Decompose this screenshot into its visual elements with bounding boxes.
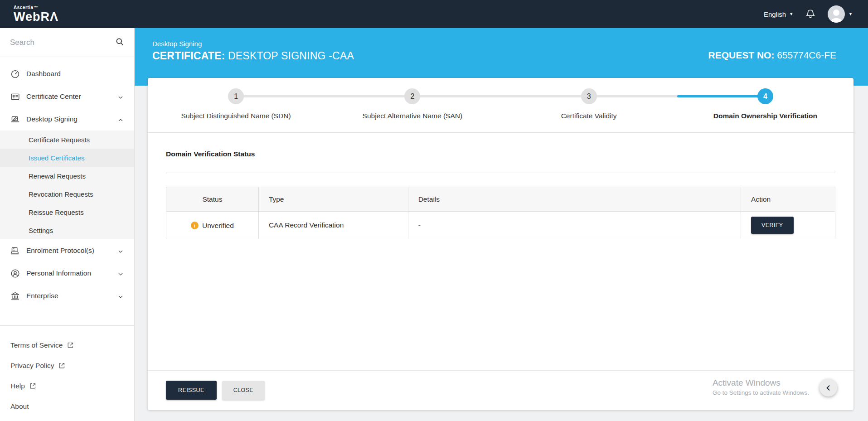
page-header-banner: Desktop Signing CERTIFICATE: DESKTOP SIG… (135, 28, 868, 86)
sidebar: Dashboard Certificate Center (0, 28, 135, 421)
search-input[interactable] (10, 38, 111, 47)
step-circle: 4 (757, 88, 773, 104)
status-text: Unverified (202, 222, 234, 230)
chevron-down-icon (118, 94, 123, 99)
step-circle: 3 (581, 88, 597, 104)
sidebar-footer: Terms of Service Privacy Policy Help Abo… (0, 325, 134, 421)
step-sdn[interactable]: 1 Subject Distinguished Name (SDN) (148, 78, 324, 132)
details-value: - (418, 221, 421, 229)
sidebar-item-label: Dashboard (26, 70, 123, 78)
language-selector[interactable]: English ▼ (764, 10, 793, 18)
sidebar-item-label: Enterprise (26, 292, 112, 300)
search-icon[interactable] (115, 37, 124, 48)
request-number-value: 655774C6-FE (774, 50, 836, 60)
details-cell: - (408, 212, 741, 239)
info-icon: i (191, 222, 199, 229)
desktop-signing-icon (10, 114, 20, 124)
enrolment-protocol-icon (10, 246, 20, 256)
column-header-action: Action (741, 187, 835, 212)
person-circle-icon (10, 268, 20, 278)
sidebar-search (0, 28, 134, 57)
sidebar-item-dashboard[interactable]: Dashboard (0, 63, 134, 85)
user-menu[interactable]: ▼ (828, 5, 853, 23)
sidebar-item-issued-certificates[interactable]: Issued Certificates (0, 149, 134, 167)
request-number: REQUEST NO: 655774C6-FE (708, 50, 836, 61)
sidebar-item-label: Certificate Center (26, 92, 112, 101)
sidebar-item-label: Enrolment Protocol(s) (26, 247, 112, 255)
language-label: English (764, 10, 786, 18)
avatar (828, 5, 845, 23)
brand-small-label: Ascertia™ (14, 5, 58, 10)
content-card: 1 Subject Distinguished Name (SDN) 2 Sub… (148, 78, 853, 410)
topbar-actions: English ▼ ▼ (764, 5, 868, 23)
brand-logo[interactable]: Ascertia™ WebRΛ (0, 5, 58, 23)
sub-item-label: Certificate Requests (29, 136, 90, 144)
step-certificate-validity[interactable]: 3 Certificate Validity (501, 78, 677, 132)
banner-titles: Desktop Signing CERTIFICATE: DESKTOP SIG… (152, 40, 354, 62)
section-divider (166, 173, 835, 173)
column-header-status: Status (166, 187, 259, 212)
card-footer-divider (148, 370, 853, 371)
step-domain-ownership[interactable]: 4 Domain Ownership Verification (677, 78, 853, 132)
sidebar-item-revocation-requests[interactable]: Revocation Requests (0, 185, 134, 203)
sidebar-item-certificate-center[interactable]: Certificate Center (0, 85, 134, 108)
external-link-icon (67, 342, 74, 348)
top-navbar: Ascertia™ WebRΛ English ▼ (0, 0, 868, 28)
table-header-row: Status Type Details Action (166, 187, 835, 212)
activate-windows-watermark: Activate Windows Go to Settings to activ… (713, 378, 809, 396)
domain-verification-table: Status Type Details Action i Unverified … (166, 187, 835, 239)
step-san[interactable]: 2 Subject Alternative Name (SAN) (324, 78, 500, 132)
collapse-chevron-left-button[interactable] (820, 379, 837, 397)
sub-item-label: Renewal Requests (29, 172, 86, 180)
type-cell: CAA Record Verification (258, 212, 408, 239)
brand-main-label: WebRΛ (14, 10, 58, 24)
footer-link-label: Privacy Policy (10, 362, 54, 370)
sidebar-item-renewal-requests[interactable]: Renewal Requests (0, 167, 134, 185)
sidebar-item-label: Desktop Signing (26, 115, 112, 123)
sidebar-nav: Dashboard Certificate Center (0, 57, 134, 307)
sidebar-item-enterprise[interactable]: Enterprise (0, 285, 134, 307)
sidebar-item-enrolment-protocols[interactable]: Enrolment Protocol(s) (0, 239, 134, 262)
sub-item-label: Reissue Requests (29, 208, 84, 216)
table-row: i Unverified CAA Record Verification - V… (166, 212, 835, 239)
chevron-up-icon (118, 116, 123, 122)
help-link[interactable]: Help (0, 376, 134, 396)
external-link-icon (58, 362, 65, 369)
footer-link-label: About (10, 402, 29, 411)
status-cell: i Unverified (166, 212, 259, 239)
page-title: CERTIFICATE: DESKTOP SIGNING -CAA (152, 50, 354, 62)
page-title-rest: DESKTOP SIGNING -CAA (225, 50, 354, 62)
reissue-button[interactable]: REISSUE (166, 381, 217, 400)
action-cell: VERIFY (741, 212, 835, 239)
chevron-down-icon (118, 293, 123, 299)
chevron-down-icon (118, 271, 123, 276)
terms-of-service-link[interactable]: Terms of Service (0, 335, 134, 355)
sidebar-item-reissue-requests[interactable]: Reissue Requests (0, 203, 134, 221)
step-label: Domain Ownership Verification (713, 112, 817, 120)
close-button[interactable]: CLOSE (222, 381, 265, 400)
step-circle: 1 (228, 88, 244, 104)
step-label: Subject Distinguished Name (SDN) (181, 112, 291, 120)
app-root: Ascertia™ WebRΛ English ▼ (0, 0, 868, 421)
step-label: Certificate Validity (561, 112, 617, 120)
column-header-type: Type (258, 187, 408, 212)
step-circle: 2 (404, 88, 420, 104)
external-link-icon (29, 382, 36, 389)
chevron-down-icon: ▼ (849, 12, 853, 16)
sub-item-label: Settings (29, 227, 53, 234)
sub-item-label: Revocation Requests (29, 190, 93, 198)
about-link[interactable]: About (0, 396, 134, 416)
sidebar-item-label: Personal Information (26, 269, 112, 277)
sidebar-item-certificate-requests[interactable]: Certificate Requests (0, 131, 134, 149)
sidebar-item-desktop-signing[interactable]: Desktop Signing (0, 108, 134, 131)
bank-icon (10, 291, 20, 301)
privacy-policy-link[interactable]: Privacy Policy (0, 355, 134, 376)
wizard-stepper: 1 Subject Distinguished Name (SDN) 2 Sub… (148, 78, 853, 133)
sidebar-item-personal-information[interactable]: Personal Information (0, 262, 134, 285)
sidebar-item-settings[interactable]: Settings (0, 221, 134, 239)
desktop-signing-submenu: Certificate Requests Issued Certificates… (0, 131, 134, 239)
card-footer-buttons: REISSUE CLOSE (166, 381, 265, 400)
footer-link-label: Terms of Service (10, 341, 63, 349)
verify-button[interactable]: VERIFY (751, 217, 794, 234)
notifications-bell-icon[interactable] (805, 9, 816, 19)
